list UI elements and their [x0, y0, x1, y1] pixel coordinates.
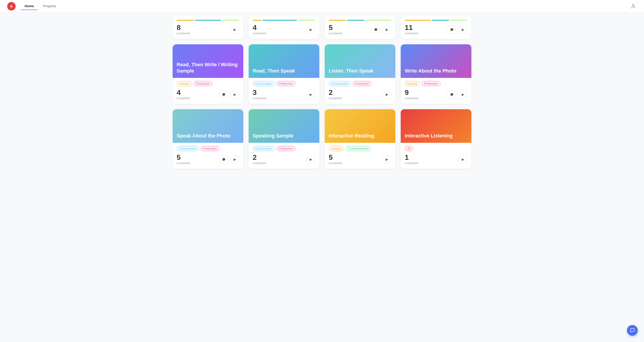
play-button[interactable]: ▶ [382, 25, 391, 34]
card-tags: Literacy Comprehension [329, 146, 391, 151]
card-tags: All [405, 146, 467, 151]
completed-count: 5 [177, 154, 216, 161]
tag-literacy: Literacy [405, 81, 420, 86]
bar-seg [195, 20, 221, 21]
bar-seg [405, 20, 431, 21]
card-title: Read, Then Speak [253, 68, 295, 74]
completed-count: 2 [253, 154, 304, 161]
play-button[interactable]: ▶ [382, 90, 391, 99]
tag-conversation: Conversation [177, 146, 199, 151]
top-card-3-bar [329, 20, 391, 21]
action-buttons: ▶ [382, 155, 391, 164]
action-buttons: ▶ [382, 90, 391, 99]
completed-label: completed [405, 97, 444, 100]
completed-label: completed [177, 32, 228, 35]
action-buttons: ▶ [458, 155, 467, 164]
play-button[interactable]: ▶ [458, 90, 467, 99]
card-stats: 4 completed 🎓 ▶ [177, 89, 239, 100]
tag-conversation: Conversation [253, 146, 275, 151]
bar-seg [450, 20, 467, 21]
completed-label: completed [329, 32, 368, 35]
play-button[interactable]: ▶ [230, 90, 239, 99]
card-tags: Literacy Production [405, 81, 467, 86]
completed-label: completed [405, 161, 456, 165]
card-tags: Conversation Production [253, 81, 315, 86]
bar-seg [365, 20, 391, 21]
tag-production: Production [276, 146, 296, 151]
card-stats: 11 completed 🎓 ▶ [405, 24, 467, 35]
card-speaking-sample: Speaking Sample Conversation Production … [249, 109, 319, 169]
play-button[interactable]: ▶ [306, 155, 315, 164]
card-header: Interactive Listening [401, 109, 471, 143]
tag-production: Production [194, 81, 212, 86]
bar-seg [432, 20, 449, 21]
card-header: Speaking Sample [249, 109, 319, 143]
stat-text: 2 completed [253, 154, 304, 165]
nav-home[interactable]: Home [21, 2, 38, 10]
svg-point-0 [632, 4, 634, 6]
completed-count: 8 [177, 24, 228, 31]
hat-button[interactable]: 🎓 [219, 155, 228, 164]
action-buttons: ▶ [306, 155, 315, 164]
chat-button[interactable] [627, 325, 638, 336]
action-buttons: 🎓 ▶ [447, 25, 467, 34]
card-speak-about-photo: Speak About the Photo Conversation Produ… [173, 109, 243, 169]
play-button[interactable]: ▶ [458, 25, 467, 34]
completed-count: 4 [177, 89, 216, 96]
card-stats: 1 completed ▶ [405, 154, 467, 165]
main-content: 8 completed ▶ 4 completed [166, 13, 478, 178]
stat-text: 5 completed [329, 154, 380, 165]
card-title: Speak About the Photo [177, 133, 230, 139]
tag-conversation: Conversation [329, 81, 351, 86]
logo-text: a [10, 4, 12, 9]
card-tags: Literacy Production [177, 81, 239, 86]
completed-count: 3 [253, 89, 304, 96]
play-button[interactable]: ▶ [230, 25, 239, 34]
card-stats: 5 completed ▶ [329, 154, 391, 165]
top-row: 8 completed ▶ 4 completed [173, 16, 471, 39]
completed-label: completed [253, 32, 304, 35]
cards-grid: Read, Then Write / Writing Sample Litera… [173, 44, 471, 169]
completed-count: 2 [329, 89, 380, 96]
stat-text: 9 completed [405, 89, 444, 100]
card-read-then-speak: Read, Then Speak Conversation Production… [249, 44, 319, 104]
user-icon[interactable] [630, 3, 637, 10]
card-tags: Conversation Production [253, 146, 315, 151]
bar-seg [253, 20, 262, 21]
top-card-1: 8 completed ▶ [173, 16, 243, 39]
action-buttons: ▶ [306, 25, 315, 34]
play-button[interactable]: ▶ [230, 155, 239, 164]
card-body: All 1 completed ▶ [401, 143, 471, 169]
completed-count: 1 [405, 154, 456, 161]
hat-button[interactable]: 🎓 [447, 25, 456, 34]
card-body: Conversation Production 2 completed ▶ [325, 78, 395, 104]
play-button[interactable]: ▶ [306, 90, 315, 99]
completed-count: 5 [329, 24, 368, 31]
card-listen-then-speak: Listen, Then Speak Conversation Producti… [325, 44, 395, 104]
card-body: Literacy Production 4 completed 🎓 ▶ [173, 78, 243, 104]
card-header: Listen, Then Speak [325, 44, 395, 78]
action-buttons: ▶ [230, 25, 239, 34]
stat-text: 2 completed [329, 89, 380, 100]
play-button[interactable]: ▶ [458, 155, 467, 164]
play-button[interactable]: ▶ [306, 25, 315, 34]
tag-production: Production [353, 81, 372, 86]
hat-button[interactable]: 🎓 [371, 25, 380, 34]
completed-label: completed [329, 161, 380, 165]
hat-button[interactable]: 🎓 [447, 90, 456, 99]
logo[interactable]: a [7, 2, 16, 11]
completed-label: completed [253, 97, 304, 100]
stat-text: 4 completed [177, 89, 216, 100]
stat-text: 11 completed [405, 24, 444, 35]
card-body: Conversation Production 2 completed ▶ [249, 143, 319, 169]
hat-button[interactable]: 🎓 [219, 90, 228, 99]
card-title: Interactive Listening [405, 133, 452, 139]
bar-seg [262, 20, 297, 21]
play-button[interactable]: ▶ [382, 155, 391, 164]
tag-comprehension: Comprehension [346, 146, 371, 151]
card-body: Literacy Production 9 completed 🎓 ▶ [401, 78, 471, 104]
card-tags: Conversation Production [177, 146, 239, 151]
top-card-3: 5 completed 🎓 ▶ [325, 16, 395, 39]
nav-progress[interactable]: Progress [39, 2, 60, 10]
tag-literacy: Literacy [177, 81, 192, 86]
